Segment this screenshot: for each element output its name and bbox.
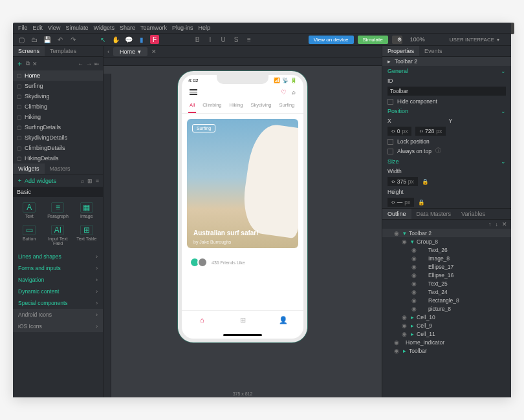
cat-ios[interactable]: iOS Icons›: [13, 320, 103, 332]
cat-android[interactable]: Android Icons›: [13, 309, 103, 320]
section-position[interactable]: Position⌄: [382, 106, 511, 116]
y-stepper[interactable]: ‹›: [419, 128, 423, 134]
menu-file[interactable]: File: [18, 25, 28, 31]
account-menu[interactable]: USER INTERFACE▾: [450, 37, 499, 43]
hamburger-icon[interactable]: [190, 89, 197, 95]
screen-skydiving[interactable]: Skydiving: [13, 91, 103, 101]
outline-node[interactable]: ◉▸Cell_9: [382, 321, 511, 330]
height-value[interactable]: —: [397, 199, 403, 205]
lock-icon[interactable]: 🔒: [422, 178, 429, 185]
outline-delete-icon[interactable]: ✕: [502, 221, 507, 227]
collapse-icon[interactable]: ⇤: [94, 61, 100, 67]
simulate-button[interactable]: Simulate: [358, 36, 388, 44]
tabbar-profile-icon[interactable]: 👤: [263, 311, 303, 330]
tab-properties[interactable]: Properties: [382, 46, 419, 56]
breadcrumb[interactable]: Home▾: [113, 47, 147, 56]
tab-events[interactable]: Events: [419, 46, 448, 56]
y-value[interactable]: 728: [425, 128, 434, 134]
hand-icon[interactable]: ✋: [111, 35, 120, 44]
nav-back-icon[interactable]: ←: [78, 61, 83, 67]
screen-surfing-details[interactable]: SurfingDetails: [13, 122, 103, 132]
move-up-icon[interactable]: ↑: [488, 221, 492, 227]
outline-node[interactable]: ◉Image_8: [382, 254, 511, 262]
x-value[interactable]: 0: [397, 128, 400, 134]
widget-table[interactable]: ⊞Text Table: [73, 222, 100, 248]
save-icon[interactable]: 💾: [43, 35, 52, 44]
hero-card[interactable]: Surfing Australian surf safari by Jake B…: [187, 119, 298, 248]
basic-header[interactable]: Basic: [13, 187, 103, 197]
menu-share[interactable]: Share: [120, 25, 135, 31]
menu-simulate[interactable]: Simulate: [65, 25, 88, 31]
tab-widgets[interactable]: Widgets: [13, 163, 45, 174]
cat-dynamic[interactable]: Dynamic content›: [13, 286, 103, 297]
outline-node[interactable]: ◉Ellipse_17: [382, 262, 511, 271]
lock-position-checkbox[interactable]: [388, 139, 393, 145]
cat-lines[interactable]: Lines and shapes›: [13, 251, 103, 262]
outline-node[interactable]: ◉Ellipse_16: [382, 271, 511, 279]
redo-icon[interactable]: ↷: [69, 35, 78, 44]
menu-help[interactable]: Help: [198, 25, 210, 31]
widget-paragraph[interactable]: ≡Paragraph: [44, 200, 71, 221]
section-size[interactable]: Size⌄: [382, 156, 511, 167]
tab-climbing[interactable]: Climbing: [201, 100, 223, 113]
outline-node[interactable]: ◉▸Cell_10: [382, 313, 511, 321]
tab-skydiving[interactable]: Skydiving: [249, 100, 272, 113]
menu-plugins[interactable]: Plug-ins: [172, 25, 193, 31]
section-general[interactable]: General⌄: [382, 66, 511, 76]
add-screen-icon[interactable]: ＋: [16, 59, 23, 68]
italic-icon[interactable]: I: [206, 35, 215, 44]
id-input[interactable]: [388, 87, 506, 96]
duplicate-icon[interactable]: ⧉: [26, 60, 30, 67]
lock-icon[interactable]: 🔒: [418, 199, 425, 205]
zoom-level[interactable]: 100%: [410, 36, 425, 43]
tab-datamasters[interactable]: Data Masters: [411, 209, 457, 219]
open-icon[interactable]: 🗀: [30, 35, 39, 44]
width-stepper[interactable]: ‹›: [391, 178, 395, 185]
back-icon[interactable]: ‹: [107, 48, 109, 55]
menu-edit[interactable]: Edit: [33, 25, 43, 31]
tab-outline[interactable]: Outline: [382, 209, 411, 219]
visibility-icon[interactable]: ◉: [394, 230, 400, 236]
phone-mockup[interactable]: 4:02 📶📡🔋 ♡ ⌕ All Climbing Hiking: [178, 71, 307, 342]
add-widgets-button[interactable]: ＋ Add widgets ⌕⊞≡: [13, 174, 103, 187]
close-tab-icon[interactable]: ✕: [151, 48, 157, 55]
bold-icon[interactable]: B: [193, 35, 202, 44]
cat-special[interactable]: Special components›: [13, 297, 103, 309]
delete-icon[interactable]: ✕: [32, 61, 38, 67]
outline-node[interactable]: ◉▸Toolbar: [382, 346, 511, 355]
outline-node[interactable]: ◉Text_26: [382, 246, 511, 254]
outline-node[interactable]: ◉Home_Indicator: [382, 338, 511, 346]
tab-templates[interactable]: Templates: [45, 46, 82, 56]
outline-node[interactable]: ◉Text_24: [382, 288, 511, 296]
outline-node[interactable]: ◉Text_25: [382, 279, 511, 288]
height-stepper[interactable]: ‹›: [391, 199, 395, 205]
underline-icon[interactable]: U: [219, 35, 228, 44]
canvas[interactable]: 4:02 📶📡🔋 ♡ ⌕ All Climbing Hiking: [104, 66, 382, 397]
search-icon[interactable]: ⌕: [81, 178, 84, 184]
tab-screens[interactable]: Screens: [13, 46, 45, 56]
width-value[interactable]: 375: [397, 178, 406, 185]
widget-input[interactable]: AIInput Text Field: [44, 222, 71, 248]
tab-surfing[interactable]: Surfing: [278, 100, 296, 113]
outline-node[interactable]: ◉▸Cell_11: [382, 330, 511, 338]
menu-teamwork[interactable]: Teamwork: [140, 25, 167, 31]
align-icon[interactable]: ≡: [245, 35, 254, 44]
screen-climbing[interactable]: Climbing: [13, 101, 103, 112]
notification-icon[interactable]: ♡: [281, 89, 287, 96]
screen-climbing-details[interactable]: ClimbingDetails: [13, 143, 103, 153]
widget-button[interactable]: ▭Button: [16, 222, 43, 248]
tab-variables[interactable]: Variables: [456, 209, 490, 219]
strike-icon[interactable]: S: [232, 35, 241, 44]
outline-node[interactable]: ◉Rectangle_8: [382, 296, 511, 304]
grid-icon[interactable]: ⊞: [87, 178, 93, 184]
search-icon[interactable]: ⌕: [292, 89, 296, 96]
tab-hiking[interactable]: Hiking: [228, 100, 245, 113]
tab-all[interactable]: All: [188, 100, 196, 113]
comment-icon[interactable]: 💬: [124, 35, 133, 44]
widget-image[interactable]: ▦Image: [73, 200, 100, 221]
menu-view[interactable]: View: [48, 25, 60, 31]
tabbar-grid-icon[interactable]: ⊞: [223, 311, 263, 330]
pointer-icon[interactable]: ↖: [98, 35, 107, 44]
hide-checkbox[interactable]: [388, 99, 393, 105]
outline-node[interactable]: ◉picture_8: [382, 304, 511, 313]
